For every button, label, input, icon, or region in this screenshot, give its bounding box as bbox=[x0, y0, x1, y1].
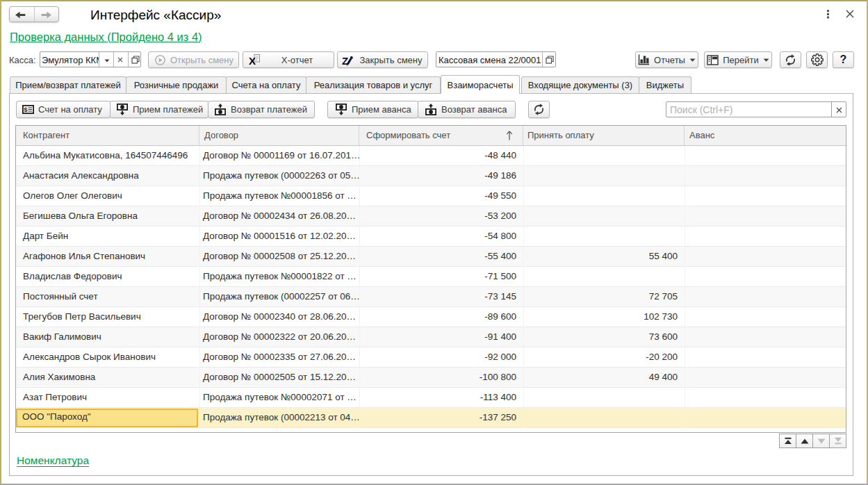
svg-text:X: X bbox=[249, 55, 256, 66]
svg-text:$: $ bbox=[24, 106, 28, 113]
